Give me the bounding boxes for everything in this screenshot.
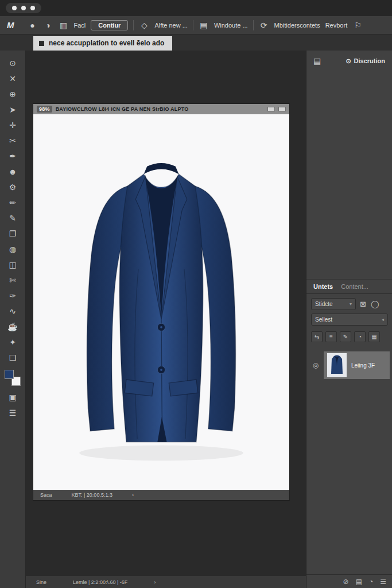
options-bar: M ● ◑ ▥ Facl Contiur ◇ Alfte new ... ▤ W… bbox=[0, 16, 392, 34]
window-icon[interactable]: ▤ bbox=[199, 21, 209, 30]
panel-icon-row: ⇆ ≡ ✎ ◔ ▦ bbox=[306, 329, 392, 347]
window-label[interactable]: Windoute ... bbox=[214, 22, 248, 29]
style-row-icons: ⊠ ◯ bbox=[360, 300, 379, 308]
panel-grid-icon[interactable]: ▤ bbox=[313, 56, 321, 65]
layer-thumbnail bbox=[327, 353, 347, 377]
layers-panel: ◎ Leiing 3F bbox=[306, 347, 392, 384]
window-dot[interactable] bbox=[21, 6, 26, 10]
panel-tab[interactable]: Untets bbox=[313, 283, 333, 290]
panel-empty-area bbox=[306, 71, 392, 279]
window-controls[interactable] bbox=[6, 3, 41, 13]
eraser-tool[interactable]: ◫ bbox=[3, 257, 22, 272]
doc-status-info: KBT. | 20:00.5:1:3 bbox=[72, 492, 112, 498]
slice-tool[interactable]: ✂ bbox=[3, 133, 22, 148]
chevron-icon: ◂ bbox=[382, 317, 384, 322]
nib-tool[interactable]: ✑ bbox=[3, 288, 22, 303]
doc-status-left: Saca bbox=[40, 492, 52, 498]
tools-list: ⊙ ✕ ⊕ ➤ ✛ ✂ bbox=[3, 55, 22, 365]
zoom-level-badge: 98% bbox=[37, 106, 52, 113]
layer-row[interactable]: ◎ Leiing 3F bbox=[306, 350, 392, 380]
droplet-icon[interactable]: ◯ bbox=[371, 300, 379, 308]
layers-tool[interactable]: ❏ bbox=[3, 350, 22, 365]
doc-close-button[interactable] bbox=[278, 107, 286, 111]
zoom-tool[interactable]: ⊙ bbox=[3, 55, 22, 71]
window-dot[interactable] bbox=[12, 6, 17, 10]
blazer-image bbox=[46, 127, 276, 477]
visibility-icon[interactable]: ◎ bbox=[311, 361, 320, 369]
tool-sidebar: ⊙ ✕ ⊕ ➤ ✛ ✂ bbox=[0, 51, 26, 588]
list-tool[interactable]: ☰ bbox=[3, 405, 22, 420]
color-swatches[interactable] bbox=[5, 370, 21, 386]
modes-icon[interactable]: ⟳ bbox=[259, 21, 269, 30]
select-dropdown[interactable]: Sellest ◂ bbox=[311, 314, 388, 326]
layer-selected[interactable]: Leiing 3F bbox=[324, 351, 390, 379]
statusbar-left: Sine bbox=[36, 579, 46, 585]
document-statusbar: Saca KBT. | 20:00.5:1:3 › bbox=[33, 490, 289, 500]
style-dropdown[interactable]: Stidcte ▾ bbox=[311, 298, 356, 310]
panel-toggle-icon[interactable]: ▥ bbox=[59, 21, 69, 30]
layer-name: Leiing 3F bbox=[351, 362, 375, 369]
doc-minimize-button[interactable] bbox=[267, 107, 275, 111]
cup-tool[interactable]: ☕ bbox=[3, 319, 22, 334]
style-row: Stidcte ▾ ⊠ ◯ bbox=[306, 294, 392, 312]
smudge-tool[interactable]: ◍ bbox=[3, 241, 22, 257]
document-tab[interactable]: nece accupplation to evell ēelo ado bbox=[33, 36, 172, 51]
mask-icon[interactable]: ◔ bbox=[354, 331, 366, 342]
statusbar-info: Lemle | 2:2:00:\.60 | -6F bbox=[73, 579, 127, 585]
separator bbox=[133, 20, 134, 30]
brush-tool[interactable]: ✏ bbox=[3, 195, 22, 210]
flag-icon[interactable]: ⚐ bbox=[352, 21, 363, 30]
zoom-in-tool[interactable]: ⊕ bbox=[3, 86, 22, 102]
wand-tool[interactable]: ✦ bbox=[3, 334, 22, 350]
tab-icon bbox=[39, 41, 44, 46]
menu-icon[interactable]: ≡ bbox=[325, 331, 337, 342]
window-dot[interactable] bbox=[30, 6, 35, 10]
search-icon: ⊙ bbox=[346, 57, 351, 65]
pointer-tool[interactable]: ➤ bbox=[3, 102, 22, 117]
modes-label[interactable]: Mbitiderscontets bbox=[274, 22, 320, 29]
brush-preview-icon[interactable]: ● bbox=[28, 21, 38, 30]
grid-icon[interactable]: ▦ bbox=[368, 331, 380, 342]
scissors-tool[interactable]: ✄ bbox=[3, 272, 22, 288]
edit-icon[interactable]: ✎ bbox=[340, 331, 351, 342]
right-panel: ▤ ⊙ Discrution Untets Content... Stidcte… bbox=[306, 51, 392, 588]
people-tool[interactable]: ☻ bbox=[3, 164, 22, 179]
doc-status-arrow[interactable]: › bbox=[132, 492, 134, 498]
contour-select[interactable]: Contiur bbox=[91, 20, 128, 30]
brush-alt-icon[interactable]: ◑ bbox=[43, 21, 53, 30]
check-icon[interactable]: ◇ bbox=[139, 21, 149, 30]
revert-button[interactable]: Revbort bbox=[325, 22, 348, 29]
foreground-color-swatch[interactable] bbox=[5, 370, 14, 379]
key-tool[interactable]: ⚙ bbox=[3, 179, 22, 195]
panel-header: ▤ ⊙ Discrution bbox=[306, 51, 392, 71]
stamp-tool[interactable]: ❐ bbox=[3, 226, 22, 241]
move-tool[interactable]: ✛ bbox=[3, 117, 22, 133]
canvas-area: 98% BAYIOWCLROW L8I4 ICN GE PA NEN StrBI… bbox=[26, 51, 306, 588]
clip-tool[interactable]: ∿ bbox=[3, 303, 22, 319]
chevron-down-icon: ▾ bbox=[350, 301, 352, 307]
document-tab-strip: nece accupplation to evell ēelo ado bbox=[0, 34, 392, 51]
adjust-icon[interactable]: ⊘ bbox=[343, 578, 349, 586]
panel-tab[interactable]: Content... bbox=[341, 283, 368, 290]
statusbar-arrow[interactable]: › bbox=[154, 579, 156, 585]
close-tool[interactable]: ✕ bbox=[3, 71, 22, 86]
window-titlebar bbox=[0, 0, 392, 16]
clock-icon[interactable]: ◔ bbox=[369, 578, 373, 586]
main-workspace: ⊙ ✕ ⊕ ➤ ✛ ✂ bbox=[0, 51, 392, 588]
panel-header-label[interactable]: Discrution bbox=[354, 57, 385, 64]
panel-bottom-bar: ⊘ ▤ ◔ ☰ bbox=[306, 574, 392, 588]
document-tab-title: nece accupplation to evell ēelo ado bbox=[49, 39, 164, 47]
lock-icon[interactable]: ⊠ bbox=[360, 300, 366, 308]
folder-icon[interactable]: ▤ bbox=[356, 578, 362, 586]
app-logo: M bbox=[7, 20, 14, 30]
pen-tool[interactable]: ✒ bbox=[3, 148, 22, 164]
crop-tool[interactable]: ▣ bbox=[3, 389, 22, 405]
document-window-titlebar[interactable]: 98% BAYIOWCLROW L8I4 ICN GE PA NEN StrBI… bbox=[33, 104, 289, 114]
align-label[interactable]: Alfte new ... bbox=[154, 22, 187, 29]
pencil-tool[interactable]: ✎ bbox=[3, 210, 22, 226]
document-canvas[interactable] bbox=[33, 114, 289, 490]
sync-icon[interactable]: ⇆ bbox=[311, 331, 323, 342]
workspace-statusbar: Sine Lemle | 2:2:00:\.60 | -6F › bbox=[26, 575, 306, 588]
feather-label: Facl bbox=[74, 22, 86, 29]
menu-icon[interactable]: ☰ bbox=[380, 578, 386, 586]
